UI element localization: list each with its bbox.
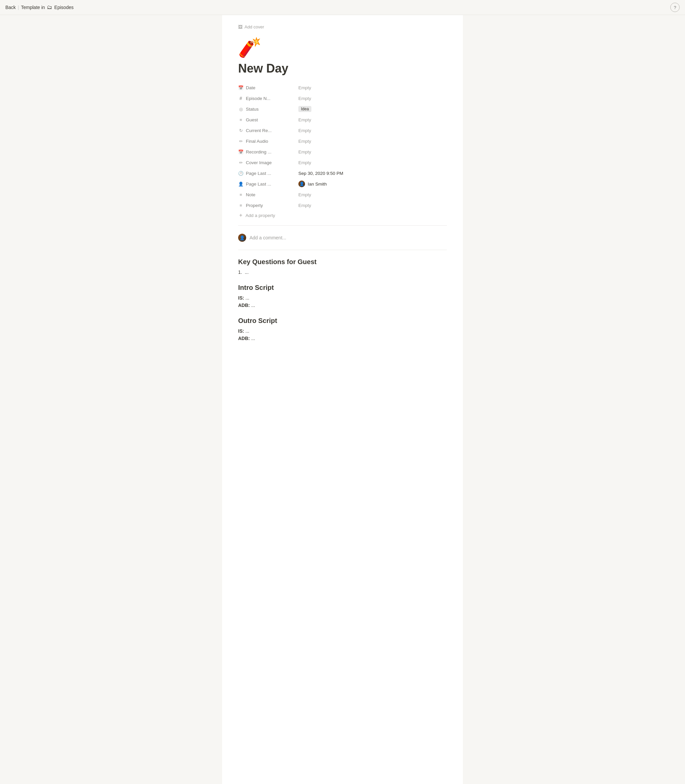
episode-label: Episode N... bbox=[246, 96, 271, 101]
hash-icon: # bbox=[238, 96, 243, 101]
final-audio-value: Empty bbox=[298, 139, 447, 144]
episode-value: Empty bbox=[298, 96, 447, 101]
property-row-note[interactable]: ≡ Note Empty bbox=[238, 189, 447, 200]
cover-image-value: Empty bbox=[298, 160, 447, 165]
outro-is-value: ... bbox=[245, 328, 250, 334]
relation-icon: ↻ bbox=[238, 128, 243, 133]
list-number-1: 1. bbox=[238, 269, 242, 275]
breadcrumb: Template in 🗂 Episodes bbox=[21, 4, 73, 10]
comment-placeholder: Add a comment... bbox=[250, 235, 286, 240]
property-row-page-last-date[interactable]: 🕐 Page Last ... Sep 30, 2020 9:50 PM bbox=[238, 168, 447, 178]
property-row-guest[interactable]: ≡ Guest Empty bbox=[238, 114, 447, 125]
add-property-button[interactable]: + Add a property bbox=[238, 211, 447, 220]
text-icon-property: ≡ bbox=[238, 203, 243, 208]
person-name: Ian Smith bbox=[308, 181, 327, 186]
property-label-note: ≡ Note bbox=[238, 192, 298, 197]
topbar-left: Back | Template in 🗂 Episodes bbox=[5, 4, 73, 10]
calendar-icon: 📅 bbox=[238, 85, 243, 90]
property-label-status: ◎ Status bbox=[238, 107, 298, 112]
file-icon-audio: ✏ bbox=[238, 139, 243, 144]
cover-image-label: Cover Image bbox=[246, 160, 271, 165]
date-value: Empty bbox=[298, 85, 447, 90]
page-last-person-value: Ian Smith bbox=[298, 181, 327, 187]
recording-label: Recording ... bbox=[246, 149, 271, 154]
date-label: Date bbox=[246, 85, 255, 90]
db-icon: 🗂 bbox=[47, 4, 52, 10]
property-label-recording: 📅 Recording ... bbox=[238, 149, 298, 154]
page-emoji[interactable]: 🧨 bbox=[238, 36, 447, 58]
property-label-cover-image: ✏ Cover Image bbox=[238, 160, 298, 165]
file-icon-cover: ✏ bbox=[238, 160, 243, 165]
property-row-status[interactable]: ◎ Status Idea bbox=[238, 104, 447, 114]
final-audio-label: Final Audio bbox=[246, 139, 268, 144]
clock-icon: 🕐 bbox=[238, 171, 243, 176]
property-row-date[interactable]: 📅 Date Empty bbox=[238, 82, 447, 93]
property-value: Empty bbox=[298, 203, 447, 208]
person-icon: 👤 bbox=[238, 181, 243, 186]
list-item-1: 1. ... bbox=[238, 269, 447, 276]
property-label-current-re: ↻ Current Re... bbox=[238, 128, 298, 133]
help-button[interactable]: ? bbox=[670, 3, 680, 12]
property-label-episode: # Episode N... bbox=[238, 96, 298, 101]
status-label: Status bbox=[246, 107, 258, 112]
property-label-guest: ≡ Guest bbox=[238, 117, 298, 122]
content-section: Key Questions for Guest 1. ... Intro Scr… bbox=[238, 258, 447, 342]
property-row-page-last-person[interactable]: 👤 Page Last ... Ian Smith bbox=[238, 178, 447, 189]
guest-value: Empty bbox=[298, 117, 447, 122]
comment-avatar: 👤 bbox=[238, 234, 246, 242]
property-row-current-re[interactable]: ↻ Current Re... Empty bbox=[238, 125, 447, 136]
back-button[interactable]: Back bbox=[5, 5, 16, 10]
template-in-label: Template in bbox=[21, 5, 45, 10]
comment-row[interactable]: 👤 Add a comment... bbox=[238, 231, 447, 245]
outro-adb-label: ADB: bbox=[238, 336, 250, 341]
note-label: Note bbox=[246, 192, 255, 197]
add-property-label: Add a property bbox=[245, 213, 275, 218]
status-value: Idea bbox=[298, 106, 447, 112]
property-row-property[interactable]: ≡ Property Empty bbox=[238, 200, 447, 211]
status-icon: ◎ bbox=[238, 107, 243, 112]
outro-is-label: IS: bbox=[238, 328, 244, 334]
current-re-label: Current Re... bbox=[246, 128, 271, 133]
topbar-divider: | bbox=[18, 5, 19, 10]
intro-adb-label: ADB: bbox=[238, 303, 250, 308]
properties-section: 📅 Date Empty # Episode N... Empty ◎ Stat… bbox=[238, 82, 447, 220]
property-label-property: ≡ Property bbox=[238, 203, 298, 208]
topbar-right: ? bbox=[670, 3, 680, 12]
add-cover-label: Add cover bbox=[245, 24, 264, 29]
status-badge: Idea bbox=[298, 106, 312, 112]
property-label: Property bbox=[246, 203, 263, 208]
property-label-date: 📅 Date bbox=[238, 85, 298, 90]
page-last-person-label: Page Last ... bbox=[246, 181, 271, 186]
intro-is-label: IS: bbox=[238, 295, 244, 301]
intro-adb-text: ADB: ... bbox=[238, 301, 447, 309]
page-title[interactable]: New Day bbox=[238, 61, 447, 76]
divider bbox=[238, 225, 447, 226]
property-label-page-last-person: 👤 Page Last ... bbox=[238, 181, 298, 186]
current-re-value: Empty bbox=[298, 128, 447, 133]
section-heading-key-questions: Key Questions for Guest bbox=[238, 258, 447, 266]
avatar bbox=[298, 181, 305, 187]
text-icon-guest: ≡ bbox=[238, 117, 243, 122]
page-content: 🖼 Add cover 🧨 New Day 📅 Date Empty # Epi… bbox=[222, 15, 463, 784]
property-label-page-last-date: 🕐 Page Last ... bbox=[238, 171, 298, 176]
intro-adb-value: ... bbox=[251, 303, 255, 308]
outro-adb-text: ADB: ... bbox=[238, 335, 447, 342]
section-heading-outro-script: Outro Script bbox=[238, 317, 447, 325]
note-value: Empty bbox=[298, 192, 447, 197]
plus-icon: + bbox=[238, 212, 243, 218]
calendar-icon-recording: 📅 bbox=[238, 149, 243, 154]
page-last-date-value: Sep 30, 2020 9:50 PM bbox=[298, 171, 447, 176]
recording-value: Empty bbox=[298, 149, 447, 154]
db-name[interactable]: Episodes bbox=[54, 5, 73, 10]
property-row-recording[interactable]: 📅 Recording ... Empty bbox=[238, 146, 447, 157]
intro-is-value: ... bbox=[245, 295, 250, 301]
guest-label: Guest bbox=[246, 117, 258, 122]
outro-is-text: IS: ... bbox=[238, 327, 447, 335]
property-row-cover-image[interactable]: ✏ Cover Image Empty bbox=[238, 157, 447, 168]
property-row-episode[interactable]: # Episode N... Empty bbox=[238, 93, 447, 104]
text-icon-note: ≡ bbox=[238, 192, 243, 197]
section-heading-intro-script: Intro Script bbox=[238, 284, 447, 292]
image-icon: 🖼 bbox=[238, 24, 242, 29]
property-row-final-audio[interactable]: ✏ Final Audio Empty bbox=[238, 136, 447, 146]
add-cover-button[interactable]: 🖼 Add cover bbox=[238, 23, 447, 31]
